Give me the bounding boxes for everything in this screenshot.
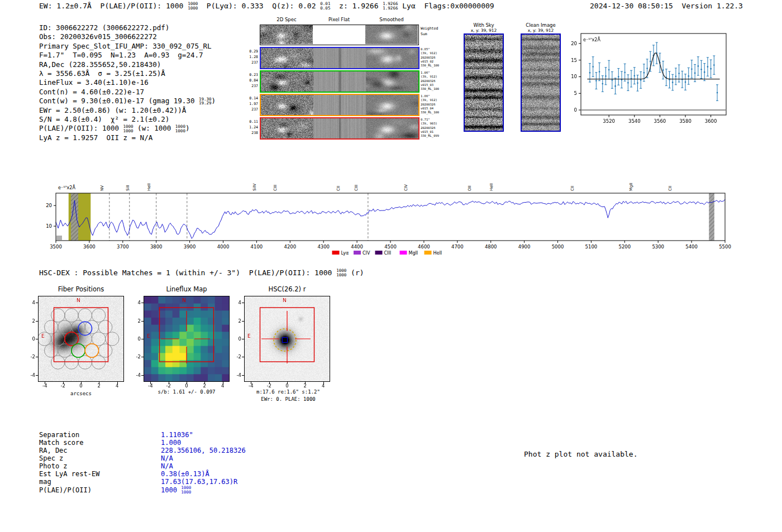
masked-region-band <box>709 193 714 241</box>
line-fit-plot: 3520354035603580360005101520e⁻¹⁷x2Å <box>559 27 743 136</box>
weighted-smoothed-image <box>365 25 418 44</box>
left-label: 237 <box>239 60 258 65</box>
x-tick-label: 4600 <box>418 244 430 250</box>
data-point <box>688 75 689 77</box>
lineflux-ytick-label: -2 <box>130 354 141 360</box>
fiber-smoothed-image <box>366 95 418 115</box>
match-table-row: Spec zN/A <box>39 454 246 462</box>
info-line: Obs: 20200326v015_3006622272 <box>39 32 216 41</box>
lineflux-xtick <box>169 382 169 384</box>
fiber-xlabel: arcsecs <box>38 391 124 396</box>
lineflux-ytick-label: 4 <box>130 300 141 305</box>
hsc-xtick <box>305 382 306 384</box>
fiber-xtick <box>99 382 99 384</box>
text: ) <box>185 124 190 133</box>
lineflux-ytick <box>141 303 144 303</box>
hsc-match-header: HSC-DEX : Possible Matches = 1 (within +… <box>39 269 364 277</box>
fiber-ytick-label: 4 <box>24 300 35 305</box>
emission-line-label: CII <box>570 186 575 191</box>
legend-swatch <box>332 251 340 255</box>
lineflux-ytick-label: 2 <box>130 318 141 324</box>
lineflux-ytick-label: 0 <box>130 336 141 342</box>
x-tick-label: 4200 <box>284 244 296 250</box>
fiber-xtick <box>45 382 45 384</box>
match-row-label: Match score <box>39 439 161 447</box>
compass-north: N <box>283 298 287 303</box>
compass-east: E <box>41 333 45 339</box>
emission-line-label: OII <box>468 185 472 191</box>
data-point <box>633 75 635 76</box>
emission-line-label: CIV <box>404 184 408 191</box>
info-line: ID: 3006622272 (3006622272.pdf) <box>39 23 216 32</box>
lineflux-ytick <box>141 321 144 322</box>
x-tick-label: 5300 <box>652 244 664 250</box>
data-point <box>637 82 638 84</box>
stacked-fraction: 10001000 <box>123 124 133 133</box>
data-point <box>624 71 626 73</box>
right-label: v015_02 <box>421 60 445 64</box>
info-line: LineFlux = 3.40(±1.10)e-16 <box>39 78 216 87</box>
legend-swatch <box>425 251 432 255</box>
fiber-positions-plot <box>38 296 124 382</box>
hsc-ytick <box>242 357 244 357</box>
emission-line-label: CIII <box>273 185 278 191</box>
hsc-cutout-title: HSC(26.2) r <box>244 285 330 293</box>
emission-line-label: CIII <box>354 185 359 191</box>
spec2d-fiber-row <box>260 70 419 93</box>
fiber-ytick-label: 2 <box>24 318 35 324</box>
lineflux-xtick <box>187 382 187 384</box>
data-point <box>672 82 674 83</box>
x-tick-label: 5200 <box>618 244 631 250</box>
x-tick-label: 4800 <box>485 244 497 250</box>
data-point <box>595 80 597 82</box>
fiber-ytick-label: -2 <box>24 354 35 360</box>
left-label: 237 <box>239 107 258 112</box>
data-point <box>612 79 613 81</box>
match-row-label: Est LyA rest-EW <box>39 470 161 478</box>
data-point <box>704 71 705 73</box>
plya-value: P(Lyα): 0.333 <box>198 2 272 10</box>
compass-east: E <box>247 333 251 339</box>
spec2d-fiber-row <box>260 47 419 69</box>
legend-swatch <box>354 251 361 255</box>
fraction-bottom: 1000 <box>123 129 133 133</box>
x-tick-label: 3600 <box>83 244 96 250</box>
right-label: 330_RL_100 <box>421 64 445 68</box>
clean-image-title: Clean Image <box>521 22 561 28</box>
match-table-row: Separation1.11036" <box>39 431 246 439</box>
y-tick-label: 10 <box>46 223 52 229</box>
lineflux-ytick <box>141 375 144 376</box>
x-tick-label: 5000 <box>552 244 564 250</box>
with-sky-title: With Sky <box>464 22 504 28</box>
hsc-match-text: HSC-DEX : Possible Matches = 1 (within +… <box>39 269 336 277</box>
hsc-xtick <box>251 382 251 384</box>
emission-line-label: NV <box>100 185 104 191</box>
right-label: v015_04 <box>421 107 445 111</box>
data-point <box>710 68 712 70</box>
lineflux-map-title: Lineflux Map <box>144 285 230 293</box>
legend-swatch <box>400 251 407 255</box>
with-sky-panel <box>464 33 504 132</box>
qz-value: Q(z): 0.02 <box>272 2 320 10</box>
x-tick-label: 5100 <box>585 244 598 250</box>
right-label: v015_01 <box>421 130 445 134</box>
z-type: Lyα <box>398 2 424 10</box>
data-point <box>599 71 600 73</box>
fiber-pixelflat-image <box>313 48 366 68</box>
fiber-smoothed-image <box>366 118 418 138</box>
match-row-value: N/A <box>161 462 173 470</box>
legend-label: MgII <box>409 251 418 256</box>
elixer-report-page: EW: 1.2±0.7Å P(LAE)/P(OII): 1000 1000100… <box>0 0 782 532</box>
match-row-label: Photo z <box>39 462 161 470</box>
left-label: 0.14 <box>239 95 258 101</box>
fraction-bottom: 1.9266 <box>383 6 398 11</box>
right-label: v015_03 <box>421 83 445 87</box>
hsc-ytick-label: 4 <box>230 300 241 305</box>
right-label: 20200326 <box>421 79 445 83</box>
right-label: 330_RL_100 <box>421 87 445 91</box>
match-row-value: N/A <box>161 454 173 462</box>
info-line: Cont(n) = 4.60(±0.22)e-17 <box>39 88 216 97</box>
qz-fraction: 0.010.05 <box>320 2 330 11</box>
lineflux-xtick <box>150 382 151 384</box>
hsc-plae-fraction: 10001000 <box>336 269 346 277</box>
